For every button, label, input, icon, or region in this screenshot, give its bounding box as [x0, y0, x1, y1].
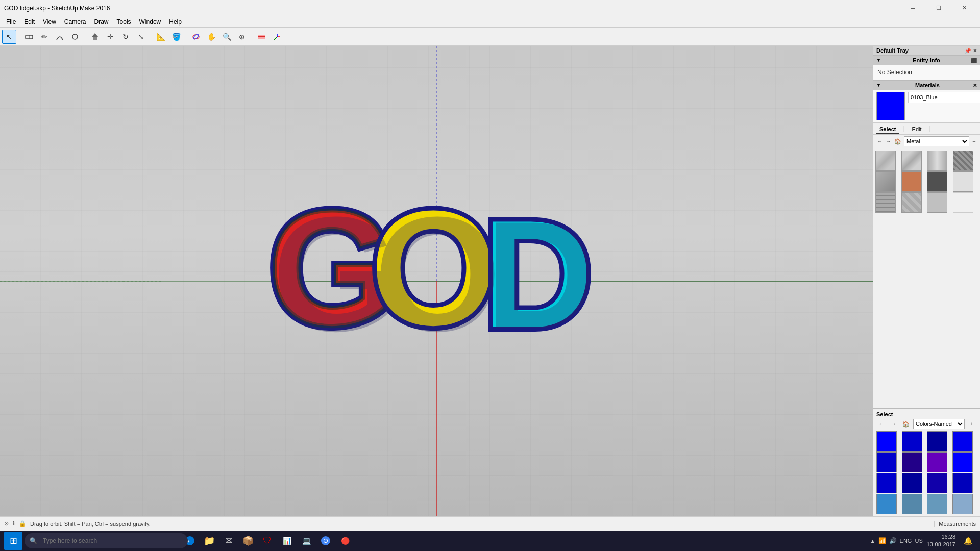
taskbar-app-sketchup[interactable]: 💻	[297, 532, 315, 550]
tape-tool[interactable]: 📐	[154, 30, 168, 44]
sep3	[151, 31, 151, 43]
tab-select[interactable]: Select	[876, 125, 899, 134]
status-icon-3[interactable]: 🔒	[19, 520, 26, 527]
eraser-tool[interactable]	[22, 30, 36, 44]
materials-title[interactable]: ▼ Materials ✕	[873, 81, 980, 90]
tray-close-icon[interactable]: ✕	[973, 48, 977, 54]
move-tool[interactable]: ✛	[103, 30, 117, 44]
colors-forward-btn[interactable]: →	[889, 419, 899, 429]
mat-forward-btn[interactable]: →	[885, 136, 892, 146]
menu-file[interactable]: File	[2, 17, 20, 27]
entity-info-status: No Selection	[876, 67, 977, 78]
select-tool[interactable]: ↖	[2, 30, 16, 44]
taskbar-chevron[interactable]: ▲	[870, 538, 875, 544]
color-swatch-12[interactable]	[876, 494, 897, 514]
paint-tool[interactable]: 🪣	[169, 30, 183, 44]
minimize-button[interactable]: ─	[901, 1, 925, 15]
taskbar-app-unknown[interactable]: 📊	[278, 532, 296, 550]
taskbar-app-red[interactable]: 🔴	[336, 532, 354, 550]
zoom-tool[interactable]: 🔍	[219, 30, 234, 44]
taskbar-network-icon[interactable]: 📶	[878, 537, 886, 544]
materials-close-icon[interactable]: ✕	[973, 83, 977, 88]
scale-tool[interactable]: ⤡	[134, 30, 148, 44]
entity-info-label: Entity Info	[913, 57, 940, 63]
menu-camera[interactable]: Camera	[60, 17, 90, 27]
taskbar-date: 13-08-2017	[927, 541, 955, 548]
color-swatch-7[interactable]	[952, 452, 973, 472]
swatch-2[interactable]	[927, 151, 947, 171]
color-swatch-4[interactable]	[876, 452, 897, 472]
swatch-1[interactable]	[901, 151, 922, 171]
taskbar-app-mail[interactable]: ✉	[219, 532, 238, 550]
orbit-tool[interactable]	[189, 30, 203, 44]
color-swatch-14[interactable]	[927, 494, 947, 514]
menu-draw[interactable]: Draw	[90, 17, 113, 27]
colors-back-btn[interactable]: ←	[876, 419, 887, 429]
menu-tools[interactable]: Tools	[113, 17, 135, 27]
material-name-input[interactable]	[908, 92, 980, 103]
tab-edit[interactable]: Edit	[909, 125, 925, 134]
axes-tool[interactable]	[270, 30, 284, 44]
zoom-window-tool[interactable]: ⊕	[235, 30, 249, 44]
taskbar-notification[interactable]: 🔔	[960, 532, 976, 550]
section-tool[interactable]	[255, 30, 269, 44]
swatch-6[interactable]	[927, 171, 947, 192]
colors-add-btn[interactable]: +	[967, 419, 977, 429]
status-icon-2[interactable]: ℹ	[13, 520, 15, 527]
color-swatch-3[interactable]	[952, 431, 973, 452]
material-category-dropdown[interactable]: Metal Colors-Named Asphalt and Concrete …	[904, 136, 969, 146]
menu-view[interactable]: View	[39, 17, 60, 27]
swatch-11[interactable]	[953, 192, 973, 213]
rotate-tool[interactable]: ↻	[118, 30, 133, 44]
maximize-button[interactable]: ☐	[927, 1, 950, 15]
menu-window[interactable]: Window	[135, 17, 165, 27]
close-button[interactable]: ✕	[952, 1, 976, 15]
color-swatch-0[interactable]	[876, 431, 897, 452]
color-swatch-15[interactable]	[952, 494, 973, 514]
mat-home-btn[interactable]: 🏠	[894, 136, 902, 146]
taskbar-app-chrome[interactable]	[316, 532, 335, 550]
entity-info-content: No Selection	[873, 65, 980, 80]
menu-edit[interactable]: Edit	[20, 17, 39, 27]
status-icon-1[interactable]: ⊙	[4, 520, 9, 527]
pan-tool[interactable]: ✋	[204, 30, 218, 44]
color-swatch-8[interactable]	[876, 473, 897, 493]
color-swatch-10[interactable]	[927, 473, 947, 493]
color-swatch-5[interactable]	[902, 452, 922, 472]
swatch-5[interactable]	[901, 171, 922, 192]
swatch-9[interactable]	[901, 192, 922, 213]
taskbar-clock[interactable]: 16:28 13-08-2017	[927, 533, 955, 549]
color-swatch-11[interactable]	[952, 473, 973, 493]
swatch-8[interactable]	[875, 192, 896, 213]
taskbar-search-input[interactable]	[24, 533, 188, 548]
start-button[interactable]: ⊞	[4, 532, 22, 550]
taskbar-volume-icon[interactable]: 🔊	[889, 537, 897, 544]
pushpull-tool[interactable]	[88, 30, 102, 44]
taskbar-app-explorer[interactable]: 📁	[200, 532, 218, 550]
swatch-0[interactable]	[875, 151, 896, 171]
swatch-7[interactable]	[953, 171, 973, 192]
color-swatch-6[interactable]	[927, 452, 947, 472]
active-material-swatch[interactable]	[876, 92, 905, 120]
color-swatch-2[interactable]	[927, 431, 947, 452]
tray-pin-icon[interactable]: 📌	[965, 48, 971, 54]
taskbar-app-store[interactable]: 📦	[239, 532, 257, 550]
swatch-3[interactable]	[953, 151, 973, 171]
mat-back-btn[interactable]: ←	[876, 136, 883, 146]
colors-category-dropdown[interactable]: Colors-Named Metal Colors-HLS	[913, 419, 965, 429]
mat-add-btn[interactable]: +	[971, 136, 977, 146]
swatch-10[interactable]	[927, 192, 947, 213]
color-swatch-13[interactable]	[902, 494, 922, 514]
swatch-4[interactable]	[875, 171, 896, 192]
viewport[interactable]: G G G G O O D D	[0, 46, 873, 516]
color-swatch-1[interactable]	[902, 431, 922, 452]
color-swatch-9[interactable]	[902, 473, 922, 493]
arc-tool[interactable]	[53, 30, 67, 44]
circle-tool[interactable]	[68, 30, 82, 44]
taskbar-app-security[interactable]: 🛡	[258, 532, 277, 550]
menu-help[interactable]: Help	[165, 17, 186, 27]
pencil-tool[interactable]: ✏	[37, 30, 52, 44]
sep2	[85, 31, 85, 43]
entity-info-title[interactable]: ▼ Entity Info ⬛	[873, 56, 980, 65]
colors-home-btn[interactable]: 🏠	[901, 419, 911, 429]
